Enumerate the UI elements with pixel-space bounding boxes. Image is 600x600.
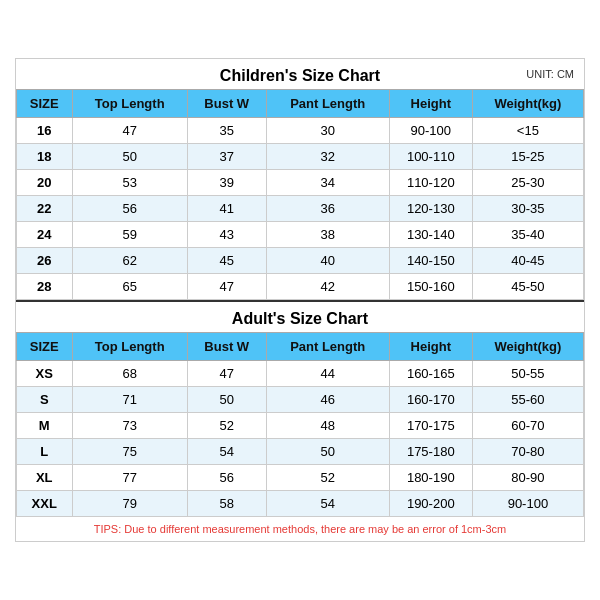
table-cell: 60-70 bbox=[472, 413, 583, 439]
table-cell: XL bbox=[17, 465, 73, 491]
adults-col-pant: Pant Length bbox=[266, 333, 389, 361]
adults-col-bust: Bust W bbox=[187, 333, 266, 361]
children-header-row: SIZE Top Length Bust W Pant Length Heigh… bbox=[17, 90, 584, 118]
table-cell: 53 bbox=[72, 170, 187, 196]
table-cell: 38 bbox=[266, 222, 389, 248]
table-cell: M bbox=[17, 413, 73, 439]
table-cell: L bbox=[17, 439, 73, 465]
table-cell: 35-40 bbox=[472, 222, 583, 248]
table-cell: 71 bbox=[72, 387, 187, 413]
adults-section-title: Adult's Size Chart bbox=[16, 300, 584, 332]
table-cell: 170-175 bbox=[389, 413, 472, 439]
table-cell: 50-55 bbox=[472, 361, 583, 387]
table-row: XS684744160-16550-55 bbox=[17, 361, 584, 387]
tips-text: TIPS: Due to different measurement metho… bbox=[16, 517, 584, 541]
table-cell: 160-165 bbox=[389, 361, 472, 387]
table-row: 20533934110-12025-30 bbox=[17, 170, 584, 196]
table-cell: 130-140 bbox=[389, 222, 472, 248]
table-cell: 100-110 bbox=[389, 144, 472, 170]
table-cell: 40-45 bbox=[472, 248, 583, 274]
adults-col-height: Height bbox=[389, 333, 472, 361]
table-cell: 110-120 bbox=[389, 170, 472, 196]
table-row: L755450175-18070-80 bbox=[17, 439, 584, 465]
table-cell: 18 bbox=[17, 144, 73, 170]
table-cell: 52 bbox=[187, 413, 266, 439]
table-cell: 175-180 bbox=[389, 439, 472, 465]
table-cell: 50 bbox=[187, 387, 266, 413]
adults-col-top-length: Top Length bbox=[72, 333, 187, 361]
table-cell: XXL bbox=[17, 491, 73, 517]
table-cell: 90-100 bbox=[389, 118, 472, 144]
table-cell: XS bbox=[17, 361, 73, 387]
table-row: 18503732100-11015-25 bbox=[17, 144, 584, 170]
table-cell: 35 bbox=[187, 118, 266, 144]
table-cell: 62 bbox=[72, 248, 187, 274]
table-cell: 41 bbox=[187, 196, 266, 222]
table-cell: 120-130 bbox=[389, 196, 472, 222]
table-cell: 75 bbox=[72, 439, 187, 465]
table-cell: 42 bbox=[266, 274, 389, 300]
table-cell: 79 bbox=[72, 491, 187, 517]
table-cell: 190-200 bbox=[389, 491, 472, 517]
table-cell: 47 bbox=[187, 361, 266, 387]
adults-thead: SIZE Top Length Bust W Pant Length Heigh… bbox=[17, 333, 584, 361]
table-cell: 90-100 bbox=[472, 491, 583, 517]
table-row: 22564136120-13030-35 bbox=[17, 196, 584, 222]
adults-title-text: Adult's Size Chart bbox=[232, 310, 368, 327]
table-row: M735248170-17560-70 bbox=[17, 413, 584, 439]
table-cell: 46 bbox=[266, 387, 389, 413]
table-cell: 52 bbox=[266, 465, 389, 491]
table-cell: 50 bbox=[266, 439, 389, 465]
children-col-bust: Bust W bbox=[187, 90, 266, 118]
table-cell: 150-160 bbox=[389, 274, 472, 300]
table-cell: 77 bbox=[72, 465, 187, 491]
table-cell: 180-190 bbox=[389, 465, 472, 491]
children-thead: SIZE Top Length Bust W Pant Length Heigh… bbox=[17, 90, 584, 118]
table-cell: 32 bbox=[266, 144, 389, 170]
table-cell: 34 bbox=[266, 170, 389, 196]
children-col-height: Height bbox=[389, 90, 472, 118]
table-cell: 54 bbox=[187, 439, 266, 465]
table-row: 26624540140-15040-45 bbox=[17, 248, 584, 274]
table-row: XXL795854190-20090-100 bbox=[17, 491, 584, 517]
table-row: 24594338130-14035-40 bbox=[17, 222, 584, 248]
table-row: 1647353090-100<15 bbox=[17, 118, 584, 144]
children-col-size: SIZE bbox=[17, 90, 73, 118]
table-cell: 26 bbox=[17, 248, 73, 274]
table-cell: 70-80 bbox=[472, 439, 583, 465]
table-row: 28654742150-16045-50 bbox=[17, 274, 584, 300]
children-col-pant: Pant Length bbox=[266, 90, 389, 118]
table-cell: 55-60 bbox=[472, 387, 583, 413]
table-cell: 140-150 bbox=[389, 248, 472, 274]
table-cell: 50 bbox=[72, 144, 187, 170]
table-cell: 45 bbox=[187, 248, 266, 274]
table-cell: S bbox=[17, 387, 73, 413]
table-cell: 68 bbox=[72, 361, 187, 387]
table-row: XL775652180-19080-90 bbox=[17, 465, 584, 491]
table-cell: 47 bbox=[72, 118, 187, 144]
adults-col-size: SIZE bbox=[17, 333, 73, 361]
table-cell: 16 bbox=[17, 118, 73, 144]
table-cell: 58 bbox=[187, 491, 266, 517]
table-cell: 28 bbox=[17, 274, 73, 300]
size-chart-container: Children's Size Chart UNIT: CM SIZE Top … bbox=[15, 58, 585, 542]
adults-col-weight: Weight(kg) bbox=[472, 333, 583, 361]
table-cell: 40 bbox=[266, 248, 389, 274]
table-cell: 54 bbox=[266, 491, 389, 517]
table-cell: 59 bbox=[72, 222, 187, 248]
children-table: SIZE Top Length Bust W Pant Length Heigh… bbox=[16, 89, 584, 300]
table-cell: 25-30 bbox=[472, 170, 583, 196]
table-cell: 45-50 bbox=[472, 274, 583, 300]
table-cell: 160-170 bbox=[389, 387, 472, 413]
table-cell: 56 bbox=[72, 196, 187, 222]
table-cell: 56 bbox=[187, 465, 266, 491]
children-section-title: Children's Size Chart UNIT: CM bbox=[16, 59, 584, 89]
table-cell: 65 bbox=[72, 274, 187, 300]
adults-header-row: SIZE Top Length Bust W Pant Length Heigh… bbox=[17, 333, 584, 361]
table-cell: 36 bbox=[266, 196, 389, 222]
table-cell: 30-35 bbox=[472, 196, 583, 222]
table-cell: 44 bbox=[266, 361, 389, 387]
table-row: S715046160-17055-60 bbox=[17, 387, 584, 413]
adults-table: SIZE Top Length Bust W Pant Length Heigh… bbox=[16, 332, 584, 517]
table-cell: 73 bbox=[72, 413, 187, 439]
